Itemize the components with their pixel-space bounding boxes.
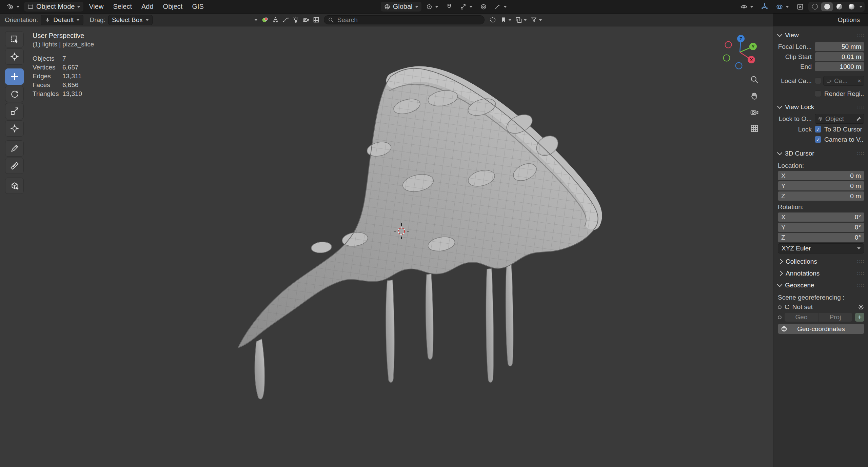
proj-button[interactable]: Proj — [818, 313, 852, 322]
tool-cursor[interactable] — [5, 48, 24, 65]
tool-scale[interactable] — [5, 103, 24, 119]
rotation-mode-dropdown[interactable]: XYZ Euler — [778, 243, 864, 253]
search-box[interactable] — [324, 15, 485, 24]
local-camera-field[interactable]: Ca... × — [823, 76, 864, 86]
section-view-lock[interactable]: View Lock ∷∷ — [778, 101, 864, 113]
chevron-down-icon — [524, 19, 527, 21]
shading-rendered-button[interactable] — [846, 2, 857, 11]
geo-button[interactable]: Geo — [785, 313, 818, 322]
shading-solid-button[interactable] — [821, 2, 833, 11]
orientation-dropdown[interactable]: Default — [41, 15, 83, 25]
tool-rotate[interactable] — [5, 86, 24, 102]
axis-x-label: X — [750, 57, 753, 62]
axis-neg-x-ball[interactable] — [725, 42, 732, 48]
section-view[interactable]: View ∷∷ — [778, 29, 864, 41]
panel-grip[interactable]: ∷∷ — [857, 282, 864, 288]
filter-grid-icon[interactable] — [313, 16, 320, 23]
section-geoscene[interactable]: Geoscene ∷∷ — [778, 279, 864, 291]
show-overlays-dropdown[interactable] — [773, 2, 792, 12]
view-controls — [749, 74, 760, 134]
bookmark-icon[interactable] — [500, 16, 507, 23]
toggle-xray-button[interactable] — [793, 2, 807, 12]
tool-select-box[interactable] — [5, 31, 24, 47]
tool-transform[interactable] — [5, 120, 24, 137]
clip-end-field[interactable]: 1000 m — [815, 62, 864, 71]
annotation-circle-icon[interactable] — [489, 16, 496, 23]
filter-camera-icon[interactable] — [302, 16, 310, 23]
menu-select[interactable]: Select — [109, 2, 136, 12]
tool-move[interactable] — [5, 68, 24, 85]
clear-icon[interactable]: × — [857, 77, 861, 85]
panel-grip[interactable]: ∷∷ — [857, 104, 864, 110]
stat-label: Edges — [33, 72, 62, 81]
cursor-rotation-z[interactable]: Z0° — [778, 233, 864, 242]
tool-measure[interactable] — [5, 158, 24, 174]
geo-proj-radio[interactable] — [778, 316, 782, 319]
filter-mesh-icon[interactable] — [272, 16, 279, 23]
proportional-editing-toggle[interactable] — [477, 2, 490, 12]
local-camera-checkbox[interactable] — [815, 78, 821, 84]
show-gizmo-toggle[interactable] — [758, 2, 771, 12]
filter-curve-icon[interactable] — [282, 16, 289, 23]
axis-neg-y-ball[interactable] — [724, 55, 730, 61]
collapse-chevron-icon[interactable] — [254, 19, 258, 21]
filter-light-icon[interactable] — [292, 16, 299, 23]
drag-dropdown[interactable]: Select Box — [108, 15, 153, 25]
lock-to-object-field[interactable]: Object — [815, 114, 864, 124]
pan-hand-button[interactable] — [749, 90, 760, 101]
copy-view-icon[interactable] — [515, 16, 522, 23]
snap-settings-dropdown[interactable] — [457, 2, 476, 12]
focal-length-field[interactable]: 50 mm — [815, 42, 864, 51]
options-button[interactable]: Options — [773, 14, 868, 26]
filter-funnel-icon[interactable] — [530, 16, 537, 23]
clip-start-field[interactable]: 0.01 m — [815, 52, 864, 61]
section-collections[interactable]: Collections ∷∷ — [778, 256, 864, 267]
cursor-location-z[interactable]: Z0 m — [778, 191, 864, 201]
viewport-3d[interactable]: User Perspective (1) lights | pizza_slic… — [0, 26, 773, 467]
cursor-rotation-y[interactable]: Y0° — [778, 223, 864, 232]
section-3d-cursor[interactable]: 3D Cursor ∷∷ — [778, 147, 864, 159]
scene-canvas[interactable] — [0, 26, 773, 467]
panel-grip[interactable]: ∷∷ — [857, 150, 864, 157]
navigation-gizmo[interactable]: Z Y X — [718, 28, 762, 73]
tool-add-cube[interactable] — [5, 178, 24, 194]
axis-neg-z-ball[interactable] — [736, 63, 742, 69]
gear-icon[interactable] — [858, 304, 864, 310]
render-region-checkbox[interactable] — [815, 90, 821, 97]
geo-coordinates-button[interactable]: Geo-coordinates — [778, 324, 864, 334]
pivot-point-dropdown[interactable] — [423, 2, 441, 12]
panel-grip[interactable]: ∷∷ — [857, 270, 864, 277]
pizza-slice-mesh[interactable] — [238, 68, 598, 399]
transform-orientation-dropdown[interactable]: Global — [381, 2, 421, 12]
cursor-location-x[interactable]: X0 m — [778, 171, 864, 180]
orientation-label: Orientation: — [5, 16, 38, 24]
menu-object[interactable]: Object — [159, 2, 187, 12]
crs-radio[interactable] — [778, 305, 782, 309]
toggle-ortho-grid-button[interactable] — [749, 123, 760, 134]
camera-view-button[interactable] — [749, 107, 760, 117]
menu-add[interactable]: Add — [137, 2, 158, 12]
falloff-dropdown[interactable] — [491, 2, 510, 12]
color-swatch-icon[interactable] — [261, 16, 269, 24]
scene-statistics: Objects7 Vertices6,657 Edges13,311 Faces… — [33, 54, 94, 98]
eyedropper-icon[interactable] — [856, 116, 861, 121]
cursor-location-y[interactable]: Y0 m — [778, 181, 864, 190]
zoom-button[interactable] — [749, 74, 760, 85]
menu-gis[interactable]: GIS — [188, 2, 208, 12]
camera-to-view-checkbox[interactable] — [815, 136, 821, 143]
panel-grip[interactable]: ∷∷ — [857, 32, 864, 38]
search-input[interactable] — [337, 16, 480, 24]
app-menu-button[interactable] — [3, 2, 23, 12]
add-georef-button[interactable]: + — [855, 313, 864, 322]
menu-view[interactable]: View — [85, 2, 107, 12]
object-visibility-dropdown[interactable] — [737, 2, 756, 12]
tool-annotate[interactable] — [5, 140, 24, 157]
snap-toggle-button[interactable] — [443, 2, 456, 12]
section-annotations[interactable]: Annotations ∷∷ — [778, 267, 864, 279]
cursor-rotation-x[interactable]: X0° — [778, 212, 864, 222]
lock-to-3d-cursor-checkbox[interactable] — [815, 126, 821, 133]
shading-wireframe-button[interactable] — [809, 2, 821, 11]
shading-material-button[interactable] — [833, 2, 845, 11]
mode-selector[interactable]: Object Mode — [24, 2, 83, 12]
panel-grip[interactable]: ∷∷ — [857, 259, 864, 265]
